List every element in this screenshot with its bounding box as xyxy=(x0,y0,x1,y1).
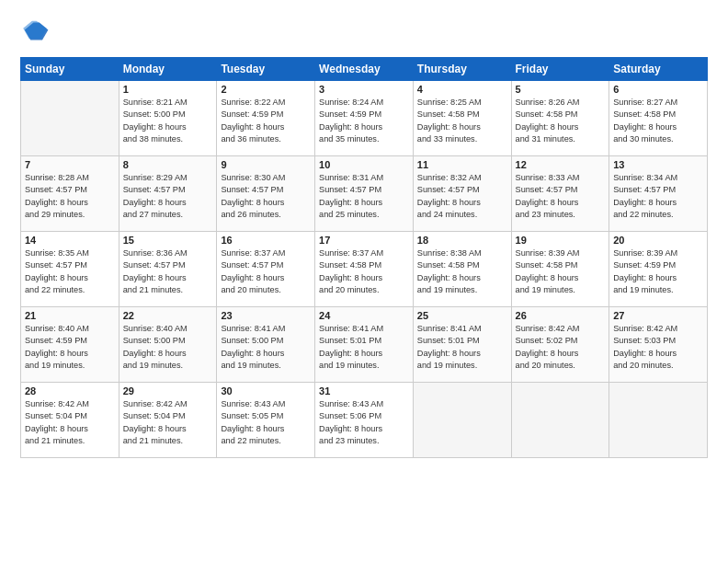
day-cell: 10Sunrise: 8:31 AM Sunset: 4:57 PM Dayli… xyxy=(315,156,414,232)
day-number: 17 xyxy=(319,235,409,246)
day-cell: 7Sunrise: 8:28 AM Sunset: 4:57 PM Daylig… xyxy=(21,156,119,232)
day-info: Sunrise: 8:27 AM Sunset: 4:58 PM Dayligh… xyxy=(613,97,703,145)
day-number: 15 xyxy=(123,235,213,246)
day-cell xyxy=(413,383,511,458)
day-cell: 29Sunrise: 8:42 AM Sunset: 5:04 PM Dayli… xyxy=(119,383,217,458)
day-number: 28 xyxy=(25,385,115,396)
day-info: Sunrise: 8:38 AM Sunset: 4:58 PM Dayligh… xyxy=(417,247,507,296)
day-number: 26 xyxy=(516,310,606,321)
day-number: 16 xyxy=(221,235,311,246)
day-number: 18 xyxy=(417,235,507,246)
week-row-2: 14Sunrise: 8:35 AM Sunset: 4:57 PM Dayli… xyxy=(21,232,708,307)
day-number: 8 xyxy=(123,159,213,170)
week-row-3: 21Sunrise: 8:40 AM Sunset: 4:59 PM Dayli… xyxy=(21,307,708,383)
day-cell: 3Sunrise: 8:24 AM Sunset: 4:59 PM Daylig… xyxy=(315,81,414,156)
day-header-wednesday: Wednesday xyxy=(315,58,414,81)
day-cell: 4Sunrise: 8:25 AM Sunset: 4:58 PM Daylig… xyxy=(413,81,511,156)
day-info: Sunrise: 8:40 AM Sunset: 4:59 PM Dayligh… xyxy=(25,323,115,372)
day-info: Sunrise: 8:41 AM Sunset: 5:01 PM Dayligh… xyxy=(417,323,507,372)
day-cell: 11Sunrise: 8:32 AM Sunset: 4:57 PM Dayli… xyxy=(413,156,511,232)
day-cell: 13Sunrise: 8:34 AM Sunset: 4:57 PM Dayli… xyxy=(609,156,708,232)
day-number: 10 xyxy=(319,159,409,170)
day-info: Sunrise: 8:22 AM Sunset: 4:59 PM Dayligh… xyxy=(221,97,311,145)
day-info: Sunrise: 8:40 AM Sunset: 5:00 PM Dayligh… xyxy=(123,323,213,372)
day-info: Sunrise: 8:41 AM Sunset: 5:01 PM Dayligh… xyxy=(319,323,409,372)
day-info: Sunrise: 8:43 AM Sunset: 5:05 PM Dayligh… xyxy=(221,398,311,447)
day-cell: 26Sunrise: 8:42 AM Sunset: 5:02 PM Dayli… xyxy=(511,307,609,383)
day-header-thursday: Thursday xyxy=(413,58,511,81)
day-number: 7 xyxy=(25,159,115,170)
day-cell: 21Sunrise: 8:40 AM Sunset: 4:59 PM Dayli… xyxy=(21,307,119,383)
day-info: Sunrise: 8:37 AM Sunset: 4:57 PM Dayligh… xyxy=(221,247,311,296)
day-number: 1 xyxy=(123,84,213,95)
day-info: Sunrise: 8:42 AM Sunset: 5:04 PM Dayligh… xyxy=(123,398,213,447)
day-info: Sunrise: 8:30 AM Sunset: 4:57 PM Dayligh… xyxy=(221,172,311,221)
week-row-1: 7Sunrise: 8:28 AM Sunset: 4:57 PM Daylig… xyxy=(21,156,708,232)
day-cell: 19Sunrise: 8:39 AM Sunset: 4:58 PM Dayli… xyxy=(511,232,609,307)
day-number: 3 xyxy=(319,84,409,95)
logo-icon xyxy=(20,17,50,46)
day-number: 24 xyxy=(319,310,409,321)
day-number: 20 xyxy=(613,235,703,246)
day-info: Sunrise: 8:42 AM Sunset: 5:03 PM Dayligh… xyxy=(613,323,703,372)
day-number: 23 xyxy=(221,310,311,321)
day-number: 13 xyxy=(613,159,703,170)
day-cell: 14Sunrise: 8:35 AM Sunset: 4:57 PM Dayli… xyxy=(21,232,119,307)
day-number: 22 xyxy=(123,310,213,321)
day-number: 4 xyxy=(417,84,507,95)
day-number: 6 xyxy=(613,84,703,95)
day-info: Sunrise: 8:35 AM Sunset: 4:57 PM Dayligh… xyxy=(25,247,115,296)
day-info: Sunrise: 8:33 AM Sunset: 4:57 PM Dayligh… xyxy=(516,172,606,221)
day-cell: 23Sunrise: 8:41 AM Sunset: 5:00 PM Dayli… xyxy=(217,307,315,383)
day-number: 29 xyxy=(123,385,213,396)
day-info: Sunrise: 8:26 AM Sunset: 4:58 PM Dayligh… xyxy=(516,97,606,145)
day-number: 9 xyxy=(221,159,311,170)
day-number: 30 xyxy=(221,385,311,396)
day-cell: 31Sunrise: 8:43 AM Sunset: 5:06 PM Dayli… xyxy=(315,383,414,458)
day-cell: 6Sunrise: 8:27 AM Sunset: 4:58 PM Daylig… xyxy=(609,81,708,156)
day-header-saturday: Saturday xyxy=(609,58,708,81)
day-cell: 22Sunrise: 8:40 AM Sunset: 5:00 PM Dayli… xyxy=(119,307,217,383)
day-info: Sunrise: 8:42 AM Sunset: 5:02 PM Dayligh… xyxy=(516,323,606,372)
day-number: 11 xyxy=(417,159,507,170)
header-row: SundayMondayTuesdayWednesdayThursdayFrid… xyxy=(21,58,708,81)
day-header-sunday: Sunday xyxy=(21,58,119,81)
day-info: Sunrise: 8:24 AM Sunset: 4:59 PM Dayligh… xyxy=(319,97,409,145)
page: SundayMondayTuesdayWednesdayThursdayFrid… xyxy=(0,0,728,563)
day-cell: 30Sunrise: 8:43 AM Sunset: 5:05 PM Dayli… xyxy=(217,383,315,458)
day-info: Sunrise: 8:28 AM Sunset: 4:57 PM Dayligh… xyxy=(25,172,115,221)
day-cell: 18Sunrise: 8:38 AM Sunset: 4:58 PM Dayli… xyxy=(413,232,511,307)
day-info: Sunrise: 8:36 AM Sunset: 4:57 PM Dayligh… xyxy=(123,247,213,296)
day-cell: 1Sunrise: 8:21 AM Sunset: 5:00 PM Daylig… xyxy=(119,81,217,156)
day-info: Sunrise: 8:31 AM Sunset: 4:57 PM Dayligh… xyxy=(319,172,409,221)
day-info: Sunrise: 8:37 AM Sunset: 4:58 PM Dayligh… xyxy=(319,247,409,296)
day-number: 19 xyxy=(516,235,606,246)
day-number: 21 xyxy=(25,310,115,321)
day-header-friday: Friday xyxy=(511,58,609,81)
day-info: Sunrise: 8:39 AM Sunset: 4:58 PM Dayligh… xyxy=(516,247,606,296)
day-cell xyxy=(511,383,609,458)
day-number: 5 xyxy=(516,84,606,95)
day-cell xyxy=(21,81,119,156)
day-cell: 28Sunrise: 8:42 AM Sunset: 5:04 PM Dayli… xyxy=(21,383,119,458)
week-row-4: 28Sunrise: 8:42 AM Sunset: 5:04 PM Dayli… xyxy=(21,383,708,458)
day-number: 31 xyxy=(319,385,409,396)
day-number: 2 xyxy=(221,84,311,95)
day-info: Sunrise: 8:42 AM Sunset: 5:04 PM Dayligh… xyxy=(25,398,115,447)
day-cell: 25Sunrise: 8:41 AM Sunset: 5:01 PM Dayli… xyxy=(413,307,511,383)
day-cell: 20Sunrise: 8:39 AM Sunset: 4:59 PM Dayli… xyxy=(609,232,708,307)
day-info: Sunrise: 8:25 AM Sunset: 4:58 PM Dayligh… xyxy=(417,97,507,145)
calendar: SundayMondayTuesdayWednesdayThursdayFrid… xyxy=(20,57,708,458)
week-row-0: 1Sunrise: 8:21 AM Sunset: 5:00 PM Daylig… xyxy=(21,81,708,156)
logo xyxy=(20,17,53,46)
day-header-tuesday: Tuesday xyxy=(217,58,315,81)
day-cell: 17Sunrise: 8:37 AM Sunset: 4:58 PM Dayli… xyxy=(315,232,414,307)
day-number: 27 xyxy=(613,310,703,321)
day-info: Sunrise: 8:43 AM Sunset: 5:06 PM Dayligh… xyxy=(319,398,409,447)
day-cell: 5Sunrise: 8:26 AM Sunset: 4:58 PM Daylig… xyxy=(511,81,609,156)
day-info: Sunrise: 8:34 AM Sunset: 4:57 PM Dayligh… xyxy=(613,172,703,221)
day-cell: 24Sunrise: 8:41 AM Sunset: 5:01 PM Dayli… xyxy=(315,307,414,383)
day-info: Sunrise: 8:29 AM Sunset: 4:57 PM Dayligh… xyxy=(123,172,213,221)
day-info: Sunrise: 8:41 AM Sunset: 5:00 PM Dayligh… xyxy=(221,323,311,372)
day-cell: 9Sunrise: 8:30 AM Sunset: 4:57 PM Daylig… xyxy=(217,156,315,232)
